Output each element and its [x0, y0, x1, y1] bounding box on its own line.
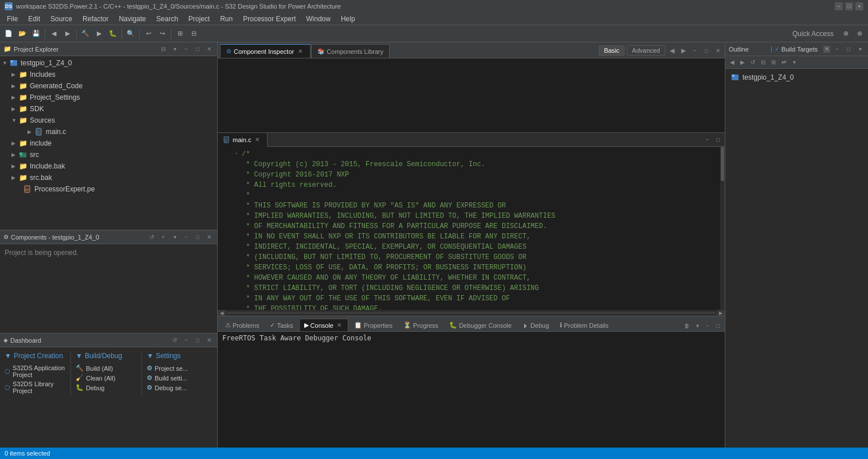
inspector-nav-back[interactable]: ◀ [667, 46, 677, 55]
quick-access-label[interactable]: Quick Access [788, 29, 838, 39]
toolbar-forward[interactable]: ▶ [61, 28, 74, 40]
minimize-button[interactable]: − [835, 2, 843, 10]
menu-refactor[interactable]: Refactor [78, 14, 113, 24]
tree-item-includes[interactable]: ▶ 📁 Includes [0, 69, 217, 80]
dash-item-clean-all[interactable]: 🧹 Clean (All) [76, 373, 137, 383]
menu-file[interactable]: File [2, 14, 22, 24]
tab-inspector-close[interactable]: ✕ [296, 48, 304, 56]
right-collapse[interactable]: ⊟ [759, 58, 768, 67]
dash-item-lib-project[interactable]: ⬡ S32DS Library Project [5, 379, 66, 395]
toolbar-menu1[interactable]: ⊕ [839, 28, 852, 40]
dashboard-maximize[interactable]: □ [193, 336, 202, 345]
right-refresh[interactable]: ↺ [748, 58, 757, 67]
console-maximize[interactable]: □ [713, 321, 722, 330]
toolbar-redo[interactable]: ↪ [156, 28, 168, 40]
tab-components-library[interactable]: 📚 Components Library [311, 44, 390, 58]
horizontal-scrollbar[interactable]: ◀ ▶ [218, 310, 725, 316]
inspector-nav-forward[interactable]: ▶ [679, 46, 688, 55]
toolbar-undo[interactable]: ↩ [142, 28, 155, 40]
toolbar-save[interactable]: 💾 [30, 28, 42, 40]
tab-console[interactable]: ▶ Console ✕ [299, 319, 348, 331]
build-targets-project-node[interactable]: testgpio_1_Z4_0 [728, 71, 866, 84]
toolbar-back[interactable]: ◀ [48, 28, 60, 40]
toolbar-search[interactable]: 🔍 [124, 28, 137, 40]
menu-window[interactable]: Window [301, 14, 335, 24]
tab-component-inspector[interactable]: ⚙ Component Inspector ✕ [220, 44, 311, 58]
toolbar-views[interactable]: ⊟ [187, 28, 200, 40]
tree-item-sources[interactable]: ▼ 📁 Sources [0, 115, 217, 126]
dash-item-debug-settings[interactable]: ⚙ Debug se... [147, 383, 208, 393]
tree-item-project[interactable]: ▼ testgpio_1_Z4_0 [0, 57, 217, 69]
right-sync[interactable]: ⇄ [779, 58, 788, 67]
project-explorer-close[interactable]: ✕ [205, 45, 214, 54]
dash-item-debug[interactable]: 🐛 Debug [76, 383, 137, 393]
components-refresh[interactable]: ↺ [147, 233, 156, 242]
advanced-button[interactable]: Advanced [627, 45, 665, 56]
toolbar-debug[interactable]: 🐛 [107, 28, 119, 40]
editor-tab-close[interactable]: ✕ [253, 136, 261, 144]
tree-item-processor-expert[interactable]: pe ProcessorExpert.pe [0, 183, 217, 195]
menu-processor-expert[interactable]: Processor Expert [238, 14, 300, 24]
menu-project[interactable]: Project [184, 14, 214, 24]
tree-item-include-bak[interactable]: ▶ 📁 Include.bak [0, 160, 217, 172]
inspector-minimize[interactable]: − [690, 46, 700, 55]
editor-minimize[interactable]: − [703, 135, 712, 144]
tab-debug[interactable]: ⏵ Debug [517, 319, 554, 331]
basic-button[interactable]: Basic [599, 45, 625, 56]
project-explorer-maximize[interactable]: □ [193, 45, 202, 54]
tree-item-src[interactable]: ▶ src src [0, 149, 217, 160]
tab-tasks[interactable]: ✓ Tasks [265, 319, 298, 331]
fold-toggle-1[interactable]: + [235, 151, 242, 157]
project-explorer-collapse[interactable]: ⊟ [159, 45, 168, 54]
inspector-maximize[interactable]: □ [702, 46, 711, 55]
dashboard-refresh[interactable]: ↺ [170, 336, 179, 345]
tree-item-include[interactable]: ▶ 📁 include [0, 138, 217, 149]
right-panel-minimize[interactable]: − [832, 45, 842, 54]
components-menu[interactable]: ▾ [170, 233, 179, 242]
tree-item-generated-code[interactable]: ▶ 📁 Generated_Code [0, 80, 217, 92]
menu-navigate[interactable]: Navigate [114, 14, 150, 24]
right-menu[interactable]: ▾ [790, 58, 799, 67]
toolbar-new[interactable]: 📄 [2, 28, 15, 40]
console-tab-close[interactable]: ✕ [335, 321, 343, 329]
tree-item-project-settings[interactable]: ▶ 📁 Project_Settings [0, 92, 217, 103]
editor-tab-main-c[interactable]: c main.c ✕ [218, 133, 268, 147]
toolbar-perspectives[interactable]: ⊞ [174, 28, 186, 40]
toolbar-open[interactable]: 📂 [16, 28, 29, 40]
tree-item-src-bak[interactable]: ▶ 📁 src.bak [0, 172, 217, 183]
dash-item-build-settings[interactable]: ⚙ Build setti... [147, 373, 208, 383]
right-expand[interactable]: ⊞ [769, 58, 778, 67]
components-maximize[interactable]: □ [193, 233, 202, 242]
console-menu[interactable]: ▾ [693, 321, 702, 330]
components-add[interactable]: + [159, 233, 168, 242]
maximize-button[interactable]: □ [845, 2, 853, 10]
tree-item-main-c[interactable]: ▶ c main.c [0, 126, 217, 138]
right-forward[interactable]: ▶ [738, 58, 747, 67]
scroll-track[interactable] [227, 312, 716, 314]
code-editor[interactable]: + /* * Copyright (c) 2013 - 2015, Freesc… [218, 147, 725, 310]
components-close[interactable]: ✕ [205, 233, 214, 242]
right-panel-maximize[interactable]: □ [844, 45, 853, 54]
toolbar-menu2[interactable]: ⊗ [853, 28, 866, 40]
toolbar-build[interactable]: 🔨 [79, 28, 92, 40]
tree-item-sdk[interactable]: ▶ 📁 SDK [0, 103, 217, 115]
menu-search[interactable]: Search [152, 14, 183, 24]
project-explorer-minimize[interactable]: − [182, 45, 191, 54]
console-clear[interactable]: 🗑 [682, 321, 692, 330]
project-explorer-menu[interactable]: ▾ [170, 45, 179, 54]
dash-item-app-project[interactable]: ⬡ S32DS Application Project [5, 363, 66, 379]
inspector-close[interactable]: ✕ [713, 46, 722, 55]
tab-debugger-console[interactable]: 🐛 Debugger Console [444, 319, 517, 331]
dashboard-minimize[interactable]: − [182, 336, 191, 345]
dashboard-close[interactable]: ✕ [205, 336, 214, 345]
dash-item-project-settings[interactable]: ⚙ Project se... [147, 363, 208, 373]
tab-progress[interactable]: ⏳ Progress [398, 319, 443, 331]
console-minimize[interactable]: − [703, 321, 712, 330]
tab-problem-details[interactable]: ℹ Problem Details [555, 319, 614, 331]
menu-edit[interactable]: Edit [23, 14, 45, 24]
right-back[interactable]: ◀ [728, 58, 737, 67]
tab-properties[interactable]: 📋 Properties [349, 319, 398, 331]
close-button[interactable]: × [855, 2, 863, 10]
scroll-left-btn[interactable]: ◀ [218, 310, 226, 316]
right-panel-menu[interactable]: ▾ [855, 45, 865, 54]
